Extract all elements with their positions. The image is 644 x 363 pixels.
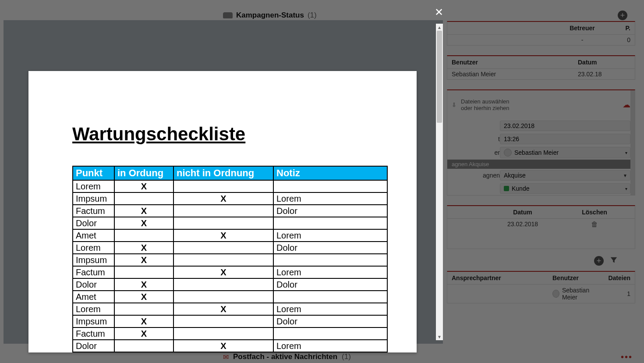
cell-nok [173, 278, 273, 291]
cell-ok: X [114, 278, 173, 291]
cell-ok: X [114, 254, 173, 266]
cell-notiz: Lorem [273, 340, 387, 352]
cell-ok [114, 303, 173, 315]
cell-ok [114, 192, 173, 205]
checklist-row: LoremXLorem [73, 303, 387, 315]
cell-nok: X [173, 340, 273, 352]
cell-ok [114, 340, 173, 352]
cell-punkt: Factum [73, 266, 114, 278]
cell-punkt: Amet [73, 291, 114, 303]
checklist-row: DolorXLorem [73, 340, 387, 352]
cell-punkt: Factum [73, 205, 114, 217]
cell-nok [173, 254, 273, 266]
cell-ok: X [114, 180, 173, 192]
cell-nok: X [173, 229, 273, 242]
checklist-row: AmetX [73, 291, 387, 303]
cell-ok: X [114, 291, 173, 303]
cell-notiz [273, 180, 387, 192]
checklist-row: DolorXDolor [73, 278, 387, 291]
checklist-row: FactumXDolor [73, 205, 387, 217]
cell-notiz: Lorem [273, 266, 387, 278]
cell-nok [173, 205, 273, 217]
checklist-row: LoremXDolor [73, 242, 387, 254]
checklist-col-header: in Ordung [114, 166, 173, 180]
cell-notiz: Dolor [273, 242, 387, 254]
cell-nok: X [173, 266, 273, 278]
cell-ok: X [114, 205, 173, 217]
cell-nok [173, 242, 273, 254]
checklist-table: Punktin Ordungnicht in OrdnungNotiz Lore… [72, 166, 388, 352]
cell-nok: X [173, 303, 273, 315]
close-button[interactable]: ✕ [435, 6, 443, 18]
cell-notiz [273, 291, 387, 303]
cell-punkt: Impsum [73, 254, 114, 266]
cell-notiz: Lorem [273, 192, 387, 205]
cell-notiz [273, 217, 387, 229]
checklist-row: FactumX [73, 327, 387, 340]
cell-nok [173, 327, 273, 340]
cell-notiz [273, 254, 387, 266]
checklist-row: LoremX [73, 180, 387, 192]
cell-ok: X [114, 327, 173, 340]
cell-nok [173, 315, 273, 327]
cell-notiz: Lorem [273, 303, 387, 315]
cell-punkt: Dolor [73, 340, 114, 352]
checklist-row: ImpsumXLorem [73, 192, 387, 205]
cell-nok [173, 217, 273, 229]
cell-notiz: Dolor [273, 205, 387, 217]
checklist-row: ImpsumX [73, 254, 387, 266]
checklist-col-header: Notiz [273, 166, 387, 180]
document-viewer: ▲ ▼ Wartungscheckliste Punktin Ordungnic… [4, 20, 443, 344]
cell-notiz: Dolor [273, 278, 387, 291]
checklist-col-header: nicht in Ordnung [173, 166, 273, 180]
cell-punkt: Lorem [73, 242, 114, 254]
cell-nok [173, 291, 273, 303]
scroll-up-icon[interactable]: ▲ [436, 24, 443, 31]
checklist-row: ImpsumXDolor [73, 315, 387, 327]
scroll-thumb[interactable] [437, 31, 442, 123]
document-page: Wartungscheckliste Punktin Ordungnicht i… [28, 71, 417, 352]
cell-punkt: Impsum [73, 315, 114, 327]
checklist-col-header: Punkt [73, 166, 114, 180]
checklist-row: FactumXLorem [73, 266, 387, 278]
cell-ok: X [114, 217, 173, 229]
cell-ok: X [114, 315, 173, 327]
cell-punkt: Dolor [73, 217, 114, 229]
cell-notiz: Lorem [273, 229, 387, 242]
cell-notiz: Dolor [273, 315, 387, 327]
cell-nok: X [173, 192, 273, 205]
document-title: Wartungscheckliste [72, 124, 377, 145]
cell-punkt: Amet [73, 229, 114, 242]
cell-notiz [273, 327, 387, 340]
scroll-down-icon[interactable]: ▼ [436, 333, 443, 340]
cell-ok [114, 229, 173, 242]
cell-punkt: Lorem [73, 180, 114, 192]
checklist-row: DolorX [73, 217, 387, 229]
cell-punkt: Dolor [73, 278, 114, 291]
cell-ok [114, 266, 173, 278]
cell-punkt: Impsum [73, 192, 114, 205]
checklist-row: AmetXLorem [73, 229, 387, 242]
cell-nok [173, 180, 273, 192]
document-scrollbar[interactable]: ▲ ▼ [436, 24, 443, 340]
cell-punkt: Factum [73, 327, 114, 340]
cell-punkt: Lorem [73, 303, 114, 315]
cell-ok: X [114, 242, 173, 254]
